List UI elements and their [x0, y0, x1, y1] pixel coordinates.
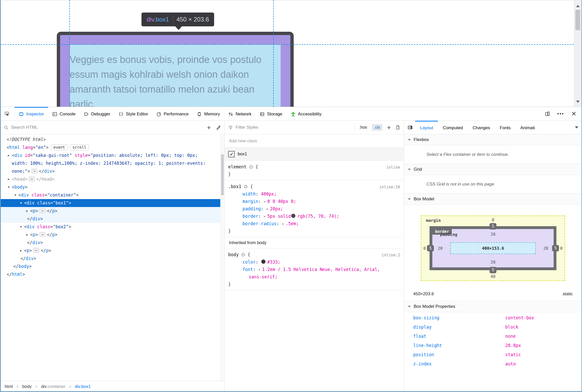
- markup-row[interactable]: ▶<p>⋯</p>: [0, 207, 221, 215]
- content-box[interactable]: 400×153.6: [450, 242, 536, 254]
- devtools-tab-performance[interactable]: Performance: [152, 107, 193, 121]
- margin-top-value[interactable]: 0: [421, 217, 565, 222]
- node-picker-button[interactable]: [0, 107, 14, 121]
- add-node-button[interactable]: +: [207, 124, 211, 131]
- margin-right-value[interactable]: 0: [560, 246, 563, 251]
- property-value[interactable]: .5em;: [286, 221, 299, 226]
- inline-expander-badge[interactable]: ⋯: [33, 248, 39, 253]
- margin-left-value[interactable]: 0: [423, 246, 426, 251]
- scroll-up-icon[interactable]: [576, 3, 580, 7]
- property-value[interactable]: sans-serif;: [249, 274, 278, 279]
- markup-row[interactable]: ▶<div id="saka-gui-root" style="position…: [0, 151, 221, 175]
- css-declaration[interactable]: margin: ▶0 0 40px 0;: [228, 198, 400, 205]
- expand-value-icon[interactable]: ▶: [267, 205, 268, 213]
- expand-value-icon[interactable]: ▶: [282, 220, 284, 227]
- responsive-design-icon[interactable]: [545, 111, 550, 116]
- property-name[interactable]: margin: [243, 199, 258, 204]
- meatball-menu-icon[interactable]: •••: [557, 111, 564, 117]
- markup-row[interactable]: </div>: [0, 239, 221, 247]
- markup-row[interactable]: <html lang="en">eventscroll: [0, 144, 221, 151]
- markup-row[interactable]: ▼<body>: [0, 183, 221, 191]
- filter-styles-bar[interactable]: Filter Styles :hov .cls +: [225, 121, 404, 134]
- property-value[interactable]: rgb(75, 70, 74);: [297, 214, 339, 219]
- sidebar-tab-computed[interactable]: Computed: [438, 121, 468, 134]
- search-bar[interactable]: Search HTML +: [0, 121, 224, 134]
- css-rule-box1[interactable]: .box1{ inline:16 width: 400px;margin: ▶0…: [225, 180, 404, 237]
- padding-right-value[interactable]: 20: [543, 246, 548, 251]
- box-model-diagram[interactable]: margin 0 40 0 0 border padding 20 20 20 …: [421, 215, 565, 281]
- rule-source-link[interactable]: inline:16: [379, 183, 400, 191]
- css-declaration[interactable]: sans-serif;: [228, 273, 400, 281]
- property-value[interactable]: 400px;: [261, 191, 277, 197]
- section-flexbox[interactable]: Flexbox: [404, 134, 582, 145]
- box-model-property-row[interactable]: box-sizingcontent-box: [404, 313, 582, 322]
- breadcrumb-item[interactable]: html: [5, 384, 13, 389]
- box-model-property-row[interactable]: floatnone: [404, 332, 582, 341]
- class-checkbox[interactable]: [228, 151, 235, 157]
- rule-selector[interactable]: element: [228, 164, 247, 169]
- section-grid[interactable]: Grid: [404, 164, 582, 175]
- border-top-value[interactable]: 5: [490, 223, 497, 230]
- target-icon[interactable]: [244, 184, 248, 189]
- collapse-arrow-icon[interactable]: ▼: [13, 191, 18, 199]
- print-media-icon[interactable]: [396, 125, 400, 130]
- devtools-tab-debugger[interactable]: Debugger: [80, 107, 114, 121]
- devtools-tab-memory[interactable]: Memory: [193, 107, 224, 121]
- markup-row[interactable]: ▶<p>⋯</p>: [0, 247, 221, 255]
- property-value[interactable]: 1.2em / 1.5 Helvetica Neue, Helvetica, A…: [262, 267, 380, 272]
- padding-bottom-value[interactable]: 20: [421, 260, 565, 265]
- rule-source-link[interactable]: inline: [386, 164, 400, 171]
- border-right-value[interactable]: 5: [552, 245, 559, 252]
- padding-top-value[interactable]: 20: [421, 232, 565, 237]
- tab-overflow-button[interactable]: [575, 121, 581, 134]
- margin-bottom-value[interactable]: 40: [421, 274, 565, 279]
- css-rule-body[interactable]: body{ inline:2 color: #333;font: ▶1.2em …: [225, 248, 404, 290]
- markup-row[interactable]: <!DOCTYPE html>: [0, 136, 221, 144]
- section-box-model[interactable]: Box Model: [404, 194, 582, 205]
- target-icon[interactable]: [241, 253, 245, 257]
- pseudo-class-button[interactable]: :hov: [359, 125, 367, 130]
- expand-value-icon[interactable]: ▶: [264, 213, 266, 220]
- property-name[interactable]: padding: [243, 206, 261, 211]
- property-name[interactable]: color: [243, 259, 256, 265]
- box-model-property-row[interactable]: z-indexauto: [404, 359, 582, 368]
- target-icon[interactable]: [249, 165, 253, 169]
- expand-arrow-icon[interactable]: ▶: [19, 247, 23, 255]
- markup-row[interactable]: </html>: [0, 270, 221, 278]
- devtools-tab-inspector[interactable]: Inspector: [15, 107, 48, 121]
- property-value[interactable]: 0 0 40px 0;: [267, 199, 296, 204]
- class-panel-button[interactable]: .cls: [372, 124, 382, 131]
- property-name[interactable]: border: [243, 214, 258, 219]
- collapse-arrow-icon[interactable]: ▼: [19, 223, 23, 231]
- color-swatch[interactable]: [291, 214, 295, 218]
- markup-row[interactable]: ▼<div class="container">: [0, 191, 221, 199]
- add-rule-button[interactable]: +: [387, 124, 391, 131]
- event-badge[interactable]: event: [51, 144, 68, 150]
- inline-expander-badge[interactable]: ⋯: [39, 208, 46, 213]
- scroll-down-icon[interactable]: [576, 101, 580, 105]
- padding-left-value[interactable]: 20: [438, 246, 443, 251]
- devtools-tab-console[interactable]: Console: [48, 107, 80, 121]
- inline-expander-badge[interactable]: ⋯: [31, 169, 38, 173]
- devtools-tab-storage[interactable]: Storage: [256, 107, 287, 121]
- property-name[interactable]: width: [243, 191, 256, 197]
- page-scrollbar-thumb[interactable]: [575, 10, 580, 30]
- section-box-model-properties[interactable]: Box Model Properties: [404, 301, 582, 312]
- css-declaration[interactable]: width: 400px;: [228, 190, 400, 198]
- sidebar-tab-changes[interactable]: Changes: [468, 121, 495, 134]
- collapse-arrow-icon[interactable]: ▼: [19, 199, 23, 207]
- property-value[interactable]: 5px solid: [267, 214, 291, 219]
- css-declaration[interactable]: border: ▶5px solidrgb(75, 70, 74);: [228, 213, 400, 220]
- breadcrumb-item[interactable]: body: [22, 384, 32, 389]
- eyedropper-icon[interactable]: [216, 125, 221, 130]
- box-model-property-row[interactable]: displayblock: [404, 322, 582, 332]
- markup-row[interactable]: </body>: [0, 263, 221, 270]
- rule-selector[interactable]: body: [228, 252, 239, 257]
- breadcrumb-item[interactable]: div.box1: [75, 384, 91, 389]
- sidebar-tab-animati[interactable]: Animati: [515, 121, 540, 134]
- color-swatch[interactable]: [261, 259, 266, 264]
- expand-value-icon[interactable]: ▶: [259, 266, 260, 273]
- markup-row[interactable]: </div>: [0, 255, 221, 263]
- sidebar-tab-layout[interactable]: Layout: [415, 121, 438, 134]
- property-name[interactable]: font: [243, 267, 253, 272]
